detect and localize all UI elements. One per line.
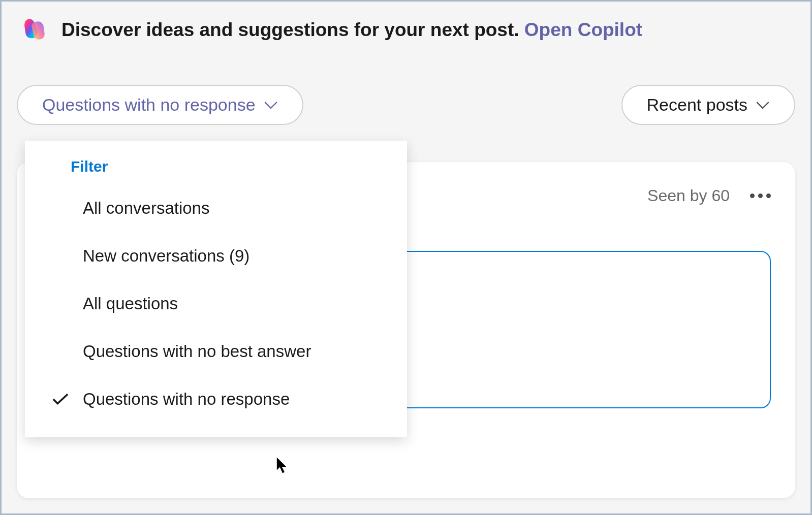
filter-option-label: New conversations (9) — [83, 246, 249, 266]
filter-option[interactable]: All questions — [25, 280, 407, 328]
filter-option[interactable]: New conversations (9) — [25, 232, 407, 280]
chevron-down-icon — [264, 101, 278, 110]
filter-option-label: Questions with no best answer — [83, 342, 311, 361]
filter-dropdown-label: Questions with no response — [42, 95, 256, 115]
seen-by-count: Seen by 60 — [647, 186, 730, 205]
open-copilot-link[interactable]: Open Copilot — [524, 19, 642, 40]
copilot-banner: Discover ideas and suggestions for your … — [2, 2, 810, 58]
filter-option-label: All questions — [83, 294, 178, 313]
filter-option-label: All conversations — [83, 199, 209, 218]
dot-icon — [758, 194, 763, 198]
copilot-icon — [21, 16, 49, 44]
check-icon — [48, 247, 73, 265]
chevron-down-icon — [756, 101, 770, 110]
more-options-button[interactable] — [750, 194, 771, 198]
check-icon — [48, 342, 73, 361]
filter-option[interactable]: Questions with no best answer — [25, 328, 407, 375]
filter-option[interactable]: Questions with no response — [25, 375, 407, 423]
dot-icon — [750, 194, 755, 198]
filter-option-label: Questions with no response — [83, 390, 290, 409]
filter-option[interactable]: All conversations — [25, 184, 407, 232]
filter-dropdown-button[interactable]: Questions with no response — [17, 85, 303, 125]
dropdown-header: Filter — [25, 149, 407, 184]
banner-message: Discover ideas and suggestions for your … — [61, 19, 524, 40]
check-icon — [48, 295, 73, 313]
filter-bar: Questions with no response Recent posts — [2, 69, 810, 125]
filter-dropdown-menu: Filter All conversationsNew conversation… — [25, 141, 407, 437]
dot-icon — [766, 194, 771, 198]
sort-dropdown-label: Recent posts — [647, 95, 747, 115]
check-icon — [48, 199, 73, 217]
check-icon — [48, 390, 73, 408]
banner-text: Discover ideas and suggestions for your … — [61, 19, 642, 41]
sort-dropdown-button[interactable]: Recent posts — [621, 85, 795, 125]
